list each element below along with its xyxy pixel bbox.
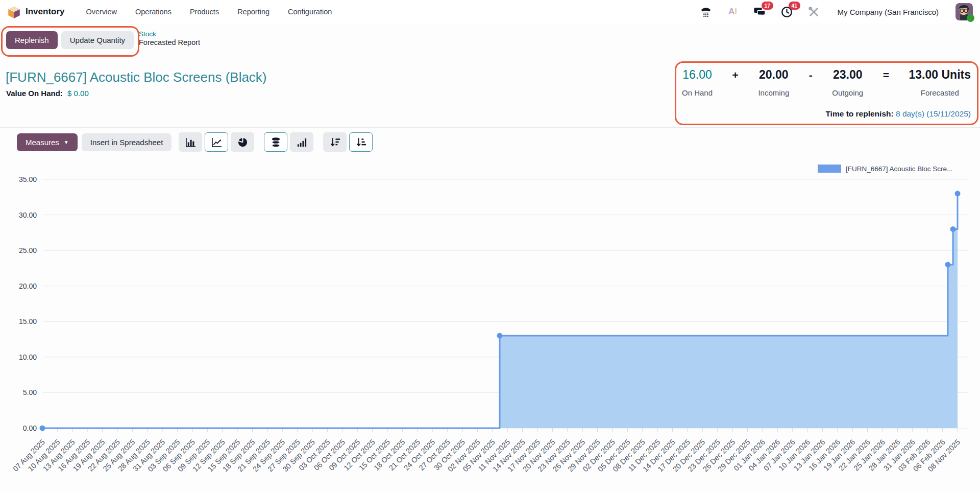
y-axis-label: 25.00 [19,246,37,254]
bar-chart-icon [185,136,197,148]
clock-icon[interactable]: 41 [780,5,794,18]
control-panel-buttons: Replenish Update Quantity [6,31,134,49]
chat-icon[interactable]: 17 [753,5,767,18]
outgoing-label: Outgoing [832,88,863,97]
plus-sign: + [732,68,739,81]
equals-sign: = [883,68,889,81]
pie-chart-icon [237,136,249,148]
stat-forecasted: 13.00 Units Forecasted [909,68,971,97]
main-menu: OverviewOperationsProductsReportingConfi… [86,8,332,16]
top-navbar: Inventory OverviewOperationsProductsRepo… [0,0,980,24]
y-axis-label: 5.00 [23,388,37,396]
sort-ascending-icon [355,136,367,148]
forecasted-label: Forecasted [921,88,959,97]
y-axis-label: 15.00 [19,317,37,325]
cumulative-button[interactable] [290,132,313,152]
nav-menu-products[interactable]: Products [190,8,219,16]
update-quantity-button[interactable]: Update Quantity [61,31,134,49]
stat-on-hand[interactable]: 16.00 On Hand [682,68,713,97]
product-title[interactable]: [FURN_6667] Acoustic Bloc Screens (Black… [6,69,267,85]
data-point-marker[interactable] [945,262,950,267]
insert-in-spreadsheet-button[interactable]: Insert in Spreadsheet [82,133,172,151]
y-axis-label: 10.00 [19,353,37,361]
forecast-chart[interactable]: 0.005.0010.0015.0020.0025.0030.0035.0007… [0,169,980,491]
replenish-button[interactable]: Replenish [6,31,58,49]
breadcrumb-current: Forecasted Report [139,38,200,46]
value-on-hand-label: Value On Hand: [6,89,63,98]
avatar[interactable] [955,3,973,20]
systray: AI 17 41 My Company (San Francisco) [699,3,973,20]
measures-label: Measures [26,138,59,147]
y-axis-label: 0.00 [23,424,37,432]
data-point-marker[interactable] [955,191,961,196]
data-point-marker[interactable] [40,426,45,431]
y-axis-label: 35.00 [19,175,37,183]
y-axis-label: 20.00 [19,282,37,290]
on-hand-value[interactable]: 16.00 [682,68,712,82]
line-chart-icon [211,136,223,148]
breadcrumb: Stock Forecasted Report [139,30,200,46]
ai-icon[interactable]: AI [726,5,740,18]
phone-icon[interactable] [699,5,713,18]
clock-badge: 41 [789,2,800,10]
incoming-value: 20.00 [759,68,789,82]
stacked-button[interactable] [264,132,287,152]
company-switcher[interactable]: My Company (San Francisco) [838,8,939,16]
measures-button[interactable]: Measures ▼ [17,133,78,151]
time-to-replenish: Time to replenish: 8 day(s) (15/11/2025) [675,109,971,119]
outgoing-value: 23.00 [833,68,863,82]
minus-sign: - [809,68,813,81]
panel-divider [0,127,980,128]
stat-operator-equals: = [883,68,889,97]
chevron-down-icon: ▼ [64,139,69,145]
line-chart-button[interactable] [205,132,228,152]
stat-operator-plus: + [732,68,739,97]
value-on-hand-amount[interactable]: $ 0.00 [67,89,89,98]
nav-menu-operations[interactable]: Operations [135,8,172,16]
stat-operator-minus: - [809,68,813,97]
on-hand-label: On Hand [682,88,713,97]
nav-menu-reporting[interactable]: Reporting [237,8,270,16]
data-point-marker[interactable] [950,226,956,232]
chat-badge: 17 [762,2,773,10]
inventory-app-icon[interactable] [7,5,21,19]
incoming-label: Incoming [758,88,789,97]
stat-incoming: 20.00 Incoming [758,68,789,97]
app-name[interactable]: Inventory [26,7,65,17]
online-status-dot [967,14,974,22]
sort-descending-icon [329,136,341,148]
nav-menu-configuration[interactable]: Configuration [288,8,332,16]
sort-ascending-button[interactable] [349,132,373,152]
data-point-marker[interactable] [497,333,502,339]
sort-descending-button[interactable] [323,132,347,152]
stat-outgoing: 23.00 Outgoing [832,68,863,97]
time-to-replenish-label: Time to replenish: [825,109,893,118]
pie-chart-button[interactable] [231,132,254,152]
breadcrumb-stock-link[interactable]: Stock [139,30,200,38]
graph-toolbar: Measures ▼ Insert in Spreadsheet [17,132,373,152]
y-axis-label: 30.00 [19,211,37,219]
nav-menu-overview[interactable]: Overview [86,8,117,16]
tools-icon[interactable] [807,5,821,18]
cumulative-icon [296,136,308,148]
ai-letter-a: A [728,7,734,17]
ai-letter-i: I [734,7,737,17]
value-on-hand: Value On Hand: $ 0.00 [6,89,89,98]
stacked-icon [270,136,282,148]
forecast-stats: 16.00 On Hand + 20.00 Incoming - 23.00 O… [682,68,971,97]
time-to-replenish-value[interactable]: 8 day(s) (15/11/2025) [896,109,971,118]
bar-chart-button[interactable] [179,132,202,152]
forecasted-value: 13.00 Units [909,68,971,82]
